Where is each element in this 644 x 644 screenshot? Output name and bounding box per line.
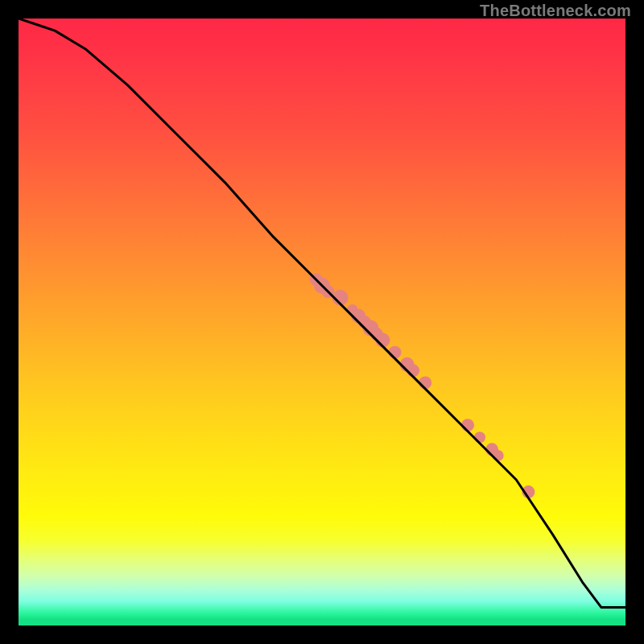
scatter-point (474, 431, 485, 443)
watermark-text: TheBottleneck.com (480, 2, 631, 20)
chart-overlay (19, 19, 625, 625)
curve-line (19, 19, 625, 607)
scatter-point (493, 450, 504, 461)
chart-stage: TheBottleneck.com (0, 0, 644, 644)
plot-area (19, 19, 625, 625)
